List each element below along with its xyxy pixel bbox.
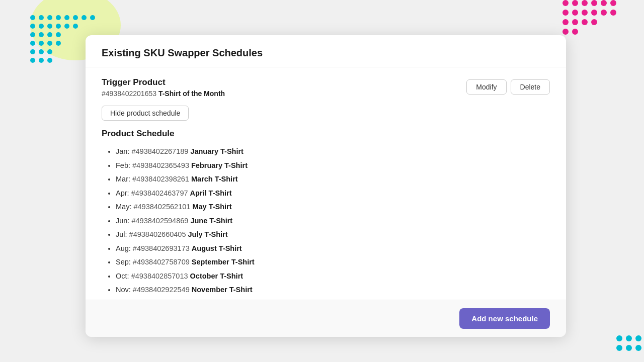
item-sku: #4938402463797 <box>131 189 190 197</box>
card-header: Existing SKU Swapper Schedules <box>86 35 566 67</box>
schedule-section-title: Product Schedule <box>102 129 550 139</box>
item-sku: #4938402398261 <box>132 175 191 183</box>
card-body: Trigger Product #4938402201653 T-Shirt o… <box>86 67 566 300</box>
trigger-actions: Modify Delete <box>466 79 550 95</box>
item-name: November T-Shirt <box>192 286 253 294</box>
trigger-info: Trigger Product #4938402201653 T-Shirt o… <box>102 77 225 98</box>
item-sku: #4938402758709 <box>133 258 192 266</box>
schedule-list-item: Jan: #4938402267189 January T-Shirt <box>116 145 550 159</box>
modify-button[interactable]: Modify <box>466 79 506 95</box>
month-label: Oct: <box>116 272 131 280</box>
month-label: Apr: <box>116 189 131 197</box>
month-label: Aug: <box>116 244 133 252</box>
month-label: Sep: <box>116 258 133 266</box>
item-sku: #4938402365493 <box>132 161 191 169</box>
item-name: June T-Shirt <box>190 217 232 225</box>
page-title: Existing SKU Swapper Schedules <box>102 47 550 59</box>
item-sku: #4938402693173 <box>133 244 192 252</box>
main-card: Existing SKU Swapper Schedules Trigger P… <box>86 35 566 337</box>
item-name: September T-Shirt <box>192 258 255 266</box>
schedule-list-item: Oct: #4938402857013 October T-Shirt <box>116 269 550 284</box>
item-name: July T-Shirt <box>188 230 228 238</box>
item-sku: #4938402594869 <box>131 217 190 225</box>
trigger-section: Trigger Product #4938402201653 T-Shirt o… <box>102 77 550 98</box>
schedule-list-item: Apr: #4938402463797 April T-Shirt <box>116 187 550 201</box>
hide-schedule-button[interactable]: Hide product schedule <box>102 106 189 121</box>
trigger-sku-id: #4938402201653 <box>102 89 156 98</box>
month-label: Feb: <box>116 161 132 169</box>
item-sku: #4938402562101 <box>133 203 192 211</box>
schedule-list-item: Sep: #4938402758709 September T-Shirt <box>116 255 550 269</box>
add-new-schedule-button[interactable]: Add new schedule <box>459 308 550 329</box>
card-footer: Add new schedule <box>86 300 566 337</box>
month-label: May: <box>116 203 133 211</box>
schedule-list-item: Aug: #4938402693173 August T-Shirt <box>116 242 550 256</box>
schedule-list-item: Jun: #4938402594869 June T-Shirt <box>116 214 550 228</box>
schedule-list-item: Nov: #4938402922549 November T-Shirt <box>116 283 550 297</box>
item-name: October T-Shirt <box>190 272 244 280</box>
item-sku: #4938402660405 <box>129 230 188 238</box>
delete-button[interactable]: Delete <box>511 79 550 95</box>
month-label: Jan: <box>116 147 131 155</box>
trigger-product-id: #4938402201653 T-Shirt of the Month <box>102 89 225 98</box>
teal-dots-bottomright <box>616 335 641 354</box>
schedule-list-item: Jul: #4938402660405 July T-Shirt <box>116 228 550 242</box>
item-name: May T-Shirt <box>192 203 231 211</box>
month-label: Nov: <box>116 286 133 294</box>
month-label: Mar: <box>116 175 132 183</box>
schedule-list-item: May: #4938402562101 May T-Shirt <box>116 200 550 214</box>
item-name: February T-Shirt <box>191 161 248 169</box>
item-name: August T-Shirt <box>192 244 242 252</box>
item-sku: #4938402267189 <box>131 147 190 155</box>
month-label: Jun: <box>116 217 131 225</box>
trigger-label: Trigger Product <box>102 77 225 87</box>
item-sku: #4938402857013 <box>131 272 190 280</box>
schedule-list-item: Feb: #4938402365493 February T-Shirt <box>116 159 550 173</box>
month-label: Jul: <box>116 230 129 238</box>
item-name: March T-Shirt <box>191 175 238 183</box>
item-name: April T-Shirt <box>190 189 232 197</box>
schedule-list: Jan: #4938402267189 January T-ShirtFeb: … <box>102 145 550 300</box>
item-sku: #4938402922549 <box>133 286 192 294</box>
schedule-list-item: Mar: #4938402398261 March T-Shirt <box>116 172 550 187</box>
item-name: January T-Shirt <box>190 147 244 155</box>
pink-dots-topright <box>562 0 616 38</box>
trigger-product-name: T-Shirt of the Month <box>158 89 225 98</box>
